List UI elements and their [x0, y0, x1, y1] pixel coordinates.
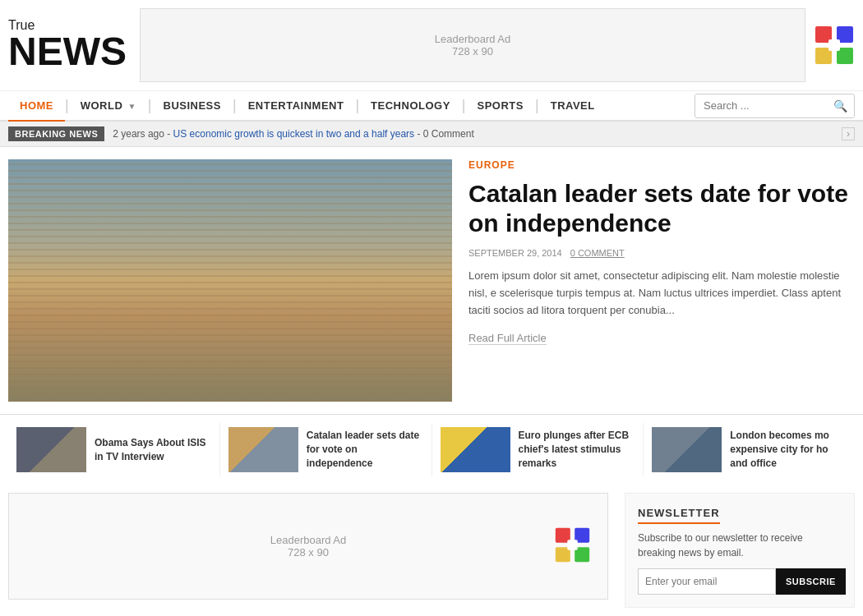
bottom-section: Leaderboard Ad 728 x 90 NEWSLETTER Subsc…	[0, 485, 863, 616]
thumb-image-2	[228, 427, 298, 472]
thumb-item-1[interactable]: Obama Says About ISIS in TV Interview	[8, 423, 220, 476]
ad-label: Leaderboard Ad	[435, 33, 511, 45]
newsletter-form: SUBSCRIE	[638, 568, 842, 595]
header: True NEWS Leaderboard Ad 728 x 90	[0, 0, 863, 91]
read-full-article-link[interactable]: Read Full Article	[468, 332, 547, 345]
nav-technology[interactable]: TECHNOLOGY	[359, 91, 462, 120]
breaking-text: 2 years ago - US economic growth is quic…	[113, 128, 474, 140]
nav-world[interactable]: WORLD ▼	[69, 91, 148, 120]
svg-rect-9	[567, 540, 578, 550]
world-dropdown-icon: ▼	[127, 102, 136, 111]
main-nav: HOME | WORLD ▼ | BUSINESS | ENTERTAINMEN…	[0, 91, 863, 122]
article-comment-count[interactable]: 0 COMMENT	[570, 248, 625, 258]
logo-area: True NEWS	[0, 19, 132, 71]
thumb-image-1	[16, 427, 86, 472]
thumb-item-4[interactable]: London becomes mo expensive city for ho …	[644, 423, 855, 476]
breaking-label: BREAKING NEWS	[8, 126, 104, 141]
featured-image-placeholder	[8, 159, 452, 402]
brand-icon	[814, 25, 855, 66]
thumb-image-4	[652, 427, 722, 472]
thumb-text-3: Euro plunges after ECB chief's latest st…	[519, 429, 635, 470]
article-title: Catalan leader sets date for vote on ind…	[468, 179, 855, 238]
article-excerpt: Lorem ipsum dolor sit amet, consectetur …	[468, 268, 855, 319]
breaking-news-bar: BREAKING NEWS 2 years ago - US economic …	[0, 122, 863, 147]
thumb-text-4: London becomes mo expensive city for ho …	[730, 429, 847, 470]
logo-news: NEWS	[8, 32, 132, 71]
newsletter-email-input[interactable]	[638, 568, 776, 595]
nav-entertainment[interactable]: ENTERTAINMENT	[237, 91, 356, 120]
ad-size: 728 x 90	[452, 45, 493, 57]
featured-image	[8, 159, 452, 402]
article-category: EUROPE	[468, 159, 855, 171]
nav-sports[interactable]: SPORTS	[466, 91, 535, 120]
newsletter-section: NEWSLETTER Subscribe to our newsletter t…	[625, 493, 855, 608]
thumb-image-3	[441, 427, 510, 472]
main-content: EUROPE Catalan leader sets date for vote…	[0, 147, 863, 414]
nav-travel[interactable]: TRAVEL	[539, 91, 607, 120]
bottom-ad-label: Leaderboard Ad	[270, 534, 347, 546]
nav-business[interactable]: BUSINESS	[152, 91, 233, 120]
newsletter-text: Subscribe to our newsletter to receive b…	[638, 531, 842, 560]
thumb-item-2[interactable]: Catalan leader sets date for vote on ind…	[220, 423, 432, 476]
article-date: SEPTEMBER 29, 2014	[468, 248, 562, 258]
article-meta: SEPTEMBER 29, 2014 0 COMMENT	[468, 248, 855, 258]
nav-home[interactable]: HOME	[8, 91, 65, 122]
breaking-link[interactable]: US economic growth is quickest in two an…	[173, 128, 414, 140]
bottom-ad-banner: Leaderboard Ad 728 x 90	[8, 493, 608, 600]
thumb-text-1: Obama Says About ISIS in TV Interview	[95, 436, 211, 464]
thumb-item-3[interactable]: Euro plunges after ECB chief's latest st…	[432, 423, 644, 476]
bottom-ad-icon	[554, 526, 591, 566]
thumbnails-row: Obama Says About ISIS in TV Interview Ca…	[0, 414, 863, 485]
breaking-close-icon[interactable]: ›	[842, 127, 855, 140]
thumb-text-2: Catalan leader sets date for vote on ind…	[307, 429, 423, 470]
bottom-ad-size: 728 x 90	[288, 546, 329, 559]
newsletter-subscribe-button[interactable]: SUBSCRIE	[776, 568, 846, 595]
search-icon[interactable]: 🔍	[827, 94, 854, 117]
search-input[interactable]	[695, 94, 827, 117]
search-bar[interactable]: 🔍	[695, 94, 855, 118]
featured-article: EUROPE Catalan leader sets date for vote…	[468, 159, 855, 402]
crowd-image	[8, 159, 452, 402]
svg-rect-4	[828, 39, 840, 51]
header-ad-banner: Leaderboard Ad 728 x 90	[140, 8, 805, 82]
newsletter-title: NEWSLETTER	[638, 507, 720, 524]
